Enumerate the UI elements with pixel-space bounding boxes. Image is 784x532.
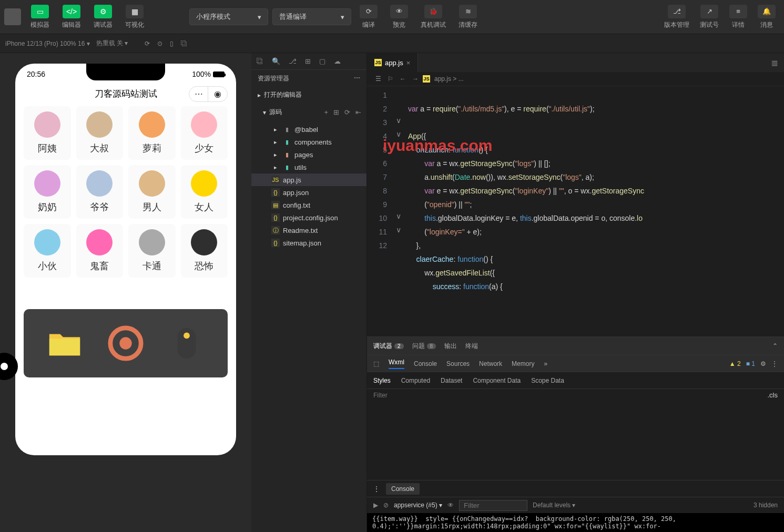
tab-visual[interactable]: ▦可视化 <box>120 3 149 32</box>
open-editors-section[interactable]: ▸ 打开的编辑器 <box>251 87 366 103</box>
devtools-tab-network[interactable]: Network <box>479 360 502 367</box>
search-icon[interactable]: 🔍 <box>272 57 280 65</box>
tab-debugger[interactable]: 调试器2 <box>373 342 404 351</box>
capsule-menu-icon[interactable]: ⋯ <box>189 87 208 101</box>
grid-item[interactable]: 爷爷 <box>76 165 124 219</box>
preview-button[interactable]: 👁预览 <box>386 4 412 30</box>
grid-item[interactable]: 女人 <box>181 165 228 219</box>
gear-icon[interactable]: ⚙ <box>760 360 766 367</box>
tree-item[interactable]: ▸▮components <box>251 136 366 148</box>
tab-computed[interactable]: Computed <box>401 377 430 384</box>
tab-editor[interactable]: </>编辑器 <box>57 3 86 32</box>
tab-output[interactable]: 输出 <box>444 342 457 351</box>
files-icon[interactable]: ⿻ <box>257 57 263 65</box>
new-file-icon[interactable]: + <box>324 108 328 116</box>
grid-item[interactable]: 小伙 <box>24 224 71 278</box>
tab-debugger[interactable]: ⚙调试器 <box>88 3 118 32</box>
devtools-tab-wxml[interactable]: Wxml <box>389 359 404 369</box>
compile-dropdown[interactable]: 普通编译▾ <box>272 8 351 25</box>
styles-filter-input[interactable] <box>373 391 768 399</box>
split-editor-icon[interactable]: ▥ <box>765 53 784 72</box>
devtools-tab-sources[interactable]: Sources <box>446 360 470 367</box>
code-content[interactable]: iyuanmas.comvar a = require("./utils/md5… <box>404 86 784 336</box>
grid-item[interactable]: 萝莉 <box>128 106 176 160</box>
grid-item[interactable]: 男人 <box>128 165 176 219</box>
refresh-icon[interactable]: ⟳ <box>344 108 350 116</box>
record-circle-icon[interactable] <box>107 325 144 362</box>
tree-item[interactable]: ▤config.txt <box>251 199 366 211</box>
version-control-button[interactable]: ⎇版本管理 <box>660 4 694 30</box>
tree-item[interactable]: {}app.json <box>251 186 366 199</box>
editor-tab-appjs[interactable]: JS app.js × <box>367 53 418 72</box>
messages-button[interactable]: 🔔消息 <box>754 4 780 30</box>
kebab-icon[interactable]: ⋮ <box>771 360 778 367</box>
git-icon[interactable]: ⎇ <box>289 57 297 65</box>
devtools-more-icon[interactable]: » <box>544 360 547 367</box>
tree-item[interactable]: ▸▮pages <box>251 148 366 161</box>
tab-terminal[interactable]: 终端 <box>465 342 478 351</box>
context-selector[interactable]: appservice (#5) ▾ <box>394 502 442 509</box>
grid-item[interactable]: 阿姨 <box>24 106 71 160</box>
grid-item[interactable]: 鬼畜 <box>76 224 124 278</box>
tab-dataset[interactable]: Dataset <box>441 377 462 384</box>
list-icon[interactable]: ☰ <box>375 75 381 83</box>
capsule-close-icon[interactable]: ◉ <box>208 87 227 101</box>
devtools-tab-memory[interactable]: Memory <box>512 360 534 367</box>
tab-problems[interactable]: 问题8 <box>412 342 436 351</box>
cloud-icon[interactable]: ☁ <box>334 57 341 65</box>
collapse-icon[interactable]: ⇤ <box>355 108 361 116</box>
box-icon[interactable]: ▢ <box>319 57 325 65</box>
kebab-icon[interactable]: ⋮ <box>373 485 380 493</box>
warning-count[interactable]: ▲ 2 <box>729 360 741 367</box>
copy-icon[interactable]: ⿻ <box>181 40 187 47</box>
forward-icon[interactable]: → <box>412 75 419 83</box>
console-tab[interactable]: Console <box>386 483 420 495</box>
devtools-tab-console[interactable]: Console <box>414 360 437 367</box>
remote-debug-button[interactable]: 🐞真机调试 <box>416 4 450 30</box>
play-icon[interactable]: ▶ <box>373 502 378 509</box>
tab-scope-data[interactable]: Scope Data <box>531 377 564 384</box>
mode-dropdown[interactable]: 小程序模式▾ <box>189 8 268 25</box>
compile-button[interactable]: ⟳编译 <box>355 4 382 30</box>
hot-reload-toggle[interactable]: 热重载 关 ▾ <box>96 39 128 48</box>
tab-component-data[interactable]: Component Data <box>473 377 521 384</box>
code-editor[interactable]: 123456789101112 ∨∨∨∨ iyuanmas.comvar a =… <box>367 86 784 336</box>
expand-icon[interactable]: ⌃ <box>772 342 778 350</box>
tab-simulator[interactable]: ▭模拟器 <box>25 3 55 32</box>
tree-item[interactable]: ▸▮utils <box>251 161 366 173</box>
folder-icon[interactable] <box>46 325 83 362</box>
info-count[interactable]: ■ 1 <box>746 360 755 367</box>
grid-item[interactable]: 少女 <box>181 106 228 160</box>
console-filter-input[interactable] <box>459 500 527 511</box>
grid-item[interactable]: 恐怖 <box>181 224 228 278</box>
inspect-icon[interactable]: ⬚ <box>373 360 379 367</box>
widgets-icon[interactable]: ⊞ <box>305 57 311 65</box>
details-button[interactable]: ≡详情 <box>725 4 751 30</box>
refresh-icon[interactable]: ⟳ <box>145 40 150 47</box>
back-icon[interactable]: ← <box>400 75 406 83</box>
tree-item[interactable]: {}sitemap.json <box>251 237 366 249</box>
device-selector[interactable]: iPhone 12/13 (Pro) 100% 16 ▾ <box>5 40 90 47</box>
source-toggle[interactable]: ▾ 源码 <box>257 105 288 120</box>
mouse-icon[interactable] <box>168 325 205 362</box>
clear-cache-button[interactable]: ≋清缓存 <box>454 4 482 30</box>
test-account-button[interactable]: ↗测试号 <box>696 4 723 30</box>
tab-styles[interactable]: Styles <box>373 377 391 384</box>
breadcrumb-path[interactable]: app.js > ... <box>434 75 464 83</box>
clear-icon[interactable]: ⊘ <box>383 502 389 509</box>
eye-icon[interactable]: 👁 <box>447 502 454 509</box>
grid-item[interactable]: 卡通 <box>128 224 176 278</box>
log-levels-selector[interactable]: Default levels ▾ <box>533 502 575 509</box>
close-icon[interactable]: × <box>406 59 411 67</box>
tree-item[interactable]: ⓘReadme.txt <box>251 224 366 237</box>
grid-item[interactable]: 奶奶 <box>24 165 71 219</box>
hidden-count[interactable]: 3 hidden <box>754 502 778 509</box>
grid-item[interactable]: 大叔 <box>76 106 124 160</box>
record-icon[interactable]: ⊙ <box>157 40 162 47</box>
tree-item[interactable]: ▸▮@babel <box>251 123 366 136</box>
device-icon[interactable]: ▯ <box>170 40 174 47</box>
tree-item[interactable]: {}project.config.json <box>251 211 366 224</box>
new-folder-icon[interactable]: ⊞ <box>333 108 339 116</box>
bookmark-icon[interactable]: ⚐ <box>388 75 393 83</box>
tree-item[interactable]: JSapp.js <box>251 173 366 186</box>
